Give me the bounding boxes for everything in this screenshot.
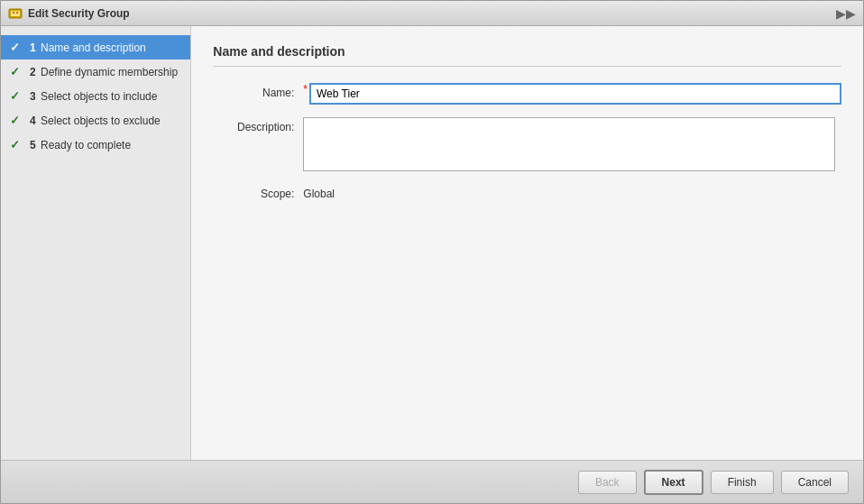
titlebar-arrows: ▶▶ [836,6,856,21]
scope-label: Scope: [213,184,303,200]
sidebar-step-5: 5 Ready to complete [30,139,131,151]
back-button[interactable]: Back [578,471,637,494]
svg-rect-2 [13,12,14,14]
sidebar-step-3: 3 Select objects to include [30,90,157,103]
form-title: Name and description [213,44,841,67]
titlebar-left: Edit Security Group [8,6,130,21]
sidebar-item-name-description[interactable]: ✓ 1 Name and description [1,35,190,60]
name-label: Name: [213,83,303,99]
scope-row: Scope: Global [213,184,841,200]
description-row: Description: [213,117,841,171]
description-input[interactable] [303,117,835,171]
check-icon-2: ✓ [10,65,24,78]
window-title: Edit Security Group [28,7,130,20]
sidebar-item-ready-complete[interactable]: ✓ 5 Ready to complete [1,133,190,157]
check-icon-4: ✓ [10,114,24,127]
titlebar: Edit Security Group ▶▶ [1,1,863,26]
name-input[interactable] [309,83,841,105]
sidebar-item-select-include[interactable]: ✓ 3 Select objects to include [1,84,190,108]
sidebar-step-1: 1 Name and description [30,41,146,54]
description-label: Description: [213,117,303,133]
scope-value: Global [303,184,335,200]
check-icon-5: ✓ [10,138,24,151]
svg-rect-1 [11,11,20,16]
next-button[interactable]: Next [644,470,703,495]
edit-security-group-window: Edit Security Group ▶▶ ✓ 1 Name and desc… [0,0,864,504]
svg-rect-3 [16,12,18,14]
check-icon-3: ✓ [10,89,24,103]
main-content: ✓ 1 Name and description ✓ 2 Define dyna… [1,26,863,460]
check-icon-1: ✓ [10,41,24,54]
form-area: Name and description Name: * Description… [191,26,863,460]
sidebar: ✓ 1 Name and description ✓ 2 Define dyna… [1,26,191,460]
sidebar-step-2: 2 Define dynamic membership [30,66,178,78]
cancel-button[interactable]: Cancel [781,471,849,494]
security-group-icon [8,6,23,21]
sidebar-step-4: 4 Select objects to exclude [30,115,161,127]
footer: Back Next Finish Cancel [1,460,863,503]
finish-button[interactable]: Finish [711,471,774,494]
sidebar-item-select-exclude[interactable]: ✓ 4 Select objects to exclude [1,108,190,133]
name-row: Name: * [213,83,841,105]
required-star: * [303,83,308,96]
sidebar-item-define-dynamic[interactable]: ✓ 2 Define dynamic membership [1,60,190,84]
